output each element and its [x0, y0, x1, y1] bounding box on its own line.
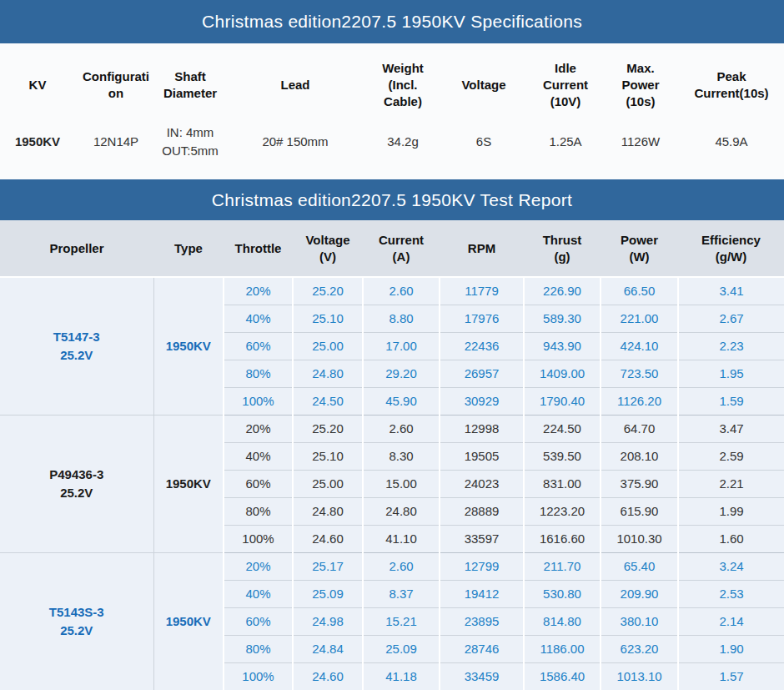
efficiency_gw-cell: 3.47 — [678, 415, 784, 442]
spec-value-cell: 1.25A — [529, 127, 602, 157]
test-header-cell: RPM — [440, 220, 524, 277]
throttle-cell: 20% — [224, 552, 293, 580]
rpm-cell: 23895 — [440, 607, 524, 635]
efficiency_gw-cell: 1.60 — [678, 525, 784, 552]
voltage_v-cell: 24.80 — [293, 360, 363, 387]
current_a-cell: 29.20 — [363, 360, 440, 387]
voltage_v-cell: 24.60 — [293, 525, 363, 552]
type-cell: 1950KV — [153, 552, 224, 690]
voltage_v-cell: 25.20 — [293, 415, 363, 442]
test-header-cell: Voltage (V) — [293, 220, 363, 277]
specifications-title-bar: Christmas edition2207.5 1950KV Specifica… — [0, 0, 784, 43]
power_w-cell: 209.90 — [601, 580, 678, 607]
spec-header-cell: KV — [0, 43, 75, 127]
spec-header-cell: Peak Current(10s) — [679, 43, 784, 127]
spec-value-cell: 6S — [439, 127, 529, 157]
current_a-cell: 17.00 — [363, 332, 440, 360]
voltage_v-cell: 24.80 — [293, 497, 363, 525]
throttle-cell: 100% — [224, 387, 293, 415]
test-row: T5143S-3 25.2V1950KV20%25.172.6012799211… — [0, 552, 784, 580]
test-header-cell: Propeller — [0, 220, 153, 277]
efficiency_gw-cell: 1.99 — [678, 497, 784, 525]
test-report-title-bar: Christmas edition2207.5 1950KV Test Repo… — [0, 179, 784, 220]
test-header-cell: Throttle — [224, 220, 293, 277]
specifications-title: Christmas edition2207.5 1950KV Specifica… — [202, 12, 582, 32]
efficiency_gw-cell: 2.67 — [678, 305, 784, 332]
spec-value-cell: 45.9A — [679, 127, 784, 157]
throttle-cell: 80% — [224, 497, 293, 525]
rpm-cell: 19505 — [440, 442, 524, 470]
efficiency_gw-cell: 2.53 — [678, 580, 784, 607]
rpm-cell: 33459 — [440, 662, 524, 690]
test-report-title: Christmas edition2207.5 1950KV Test Repo… — [212, 190, 572, 210]
power_w-cell: 380.10 — [601, 607, 678, 635]
test-report-header-row: PropellerTypeThrottleVoltage (V)Current … — [0, 220, 784, 277]
power_w-cell: 615.90 — [601, 497, 678, 525]
thrust_g-cell: 1223.20 — [524, 497, 601, 525]
current_a-cell: 41.10 — [363, 525, 440, 552]
power_w-cell: 375.90 — [601, 470, 678, 497]
throttle-cell: 40% — [224, 580, 293, 607]
spec-value-cell: 1950KV — [0, 127, 75, 157]
current_a-cell: 8.30 — [363, 442, 440, 470]
rpm-cell: 26957 — [440, 360, 524, 387]
spec-column: Idle Current (10V)1.25A — [529, 43, 602, 179]
spec-column: Shaft DiameterIN: 4mm OUT:5mm — [157, 43, 224, 179]
power_w-cell: 64.70 — [601, 415, 678, 442]
power_w-cell: 221.00 — [601, 305, 678, 332]
rpm-cell: 22436 — [440, 332, 524, 360]
voltage_v-cell: 25.00 — [293, 470, 363, 497]
throttle-cell: 100% — [224, 662, 293, 690]
power_w-cell: 1013.10 — [601, 662, 678, 690]
current_a-cell: 24.80 — [363, 497, 440, 525]
power_w-cell: 1010.30 — [601, 525, 678, 552]
efficiency_gw-cell: 1.57 — [678, 662, 784, 690]
thrust_g-cell: 831.00 — [524, 470, 601, 497]
spec-column: Max. Power (10s)1126W — [602, 43, 679, 179]
rpm-cell: 12799 — [440, 552, 524, 580]
spec-column: KV1950KV — [0, 43, 75, 179]
efficiency_gw-cell: 1.95 — [678, 360, 784, 387]
thrust_g-cell: 226.90 — [524, 277, 601, 305]
test-row: P49436-3 25.2V1950KV20%25.202.6012998224… — [0, 415, 784, 442]
power_w-cell: 208.10 — [601, 442, 678, 470]
spec-header-cell: Shaft Diameter — [157, 43, 224, 127]
voltage_v-cell: 25.10 — [293, 305, 363, 332]
test-header-cell: Power (W) — [601, 220, 678, 277]
throttle-cell: 80% — [224, 635, 293, 662]
current_a-cell: 15.21 — [363, 607, 440, 635]
test-header-cell: Thrust (g) — [524, 220, 601, 277]
voltage_v-cell: 24.98 — [293, 607, 363, 635]
test-header-cell: Efficiency (g/W) — [678, 220, 784, 277]
spec-column: Voltage6S — [439, 43, 529, 179]
throttle-cell: 100% — [224, 525, 293, 552]
current_a-cell: 2.60 — [363, 552, 440, 580]
current_a-cell: 8.37 — [363, 580, 440, 607]
thrust_g-cell: 814.80 — [524, 607, 601, 635]
throttle-cell: 80% — [224, 360, 293, 387]
voltage_v-cell: 25.17 — [293, 552, 363, 580]
thrust_g-cell: 1409.00 — [524, 360, 601, 387]
voltage_v-cell: 25.10 — [293, 442, 363, 470]
thrust_g-cell: 1586.40 — [524, 662, 601, 690]
thrust_g-cell: 224.50 — [524, 415, 601, 442]
thrust_g-cell: 1790.40 — [524, 387, 601, 415]
power_w-cell: 723.50 — [601, 360, 678, 387]
power_w-cell: 1126.20 — [601, 387, 678, 415]
spec-value-cell: IN: 4mm OUT:5mm — [157, 127, 224, 157]
throttle-cell: 20% — [224, 277, 293, 305]
propeller-cell: T5147-3 25.2V — [0, 277, 153, 415]
voltage_v-cell: 25.09 — [293, 580, 363, 607]
propeller-cell: P49436-3 25.2V — [0, 415, 153, 552]
rpm-cell: 24023 — [440, 470, 524, 497]
rpm-cell: 19412 — [440, 580, 524, 607]
spec-header-cell: Idle Current (10V) — [529, 43, 602, 127]
throttle-cell: 40% — [224, 442, 293, 470]
current_a-cell: 41.18 — [363, 662, 440, 690]
spec-value-cell: 34.2g — [367, 127, 439, 157]
current_a-cell: 2.60 — [363, 415, 440, 442]
current_a-cell: 2.60 — [363, 277, 440, 305]
spec-header-cell: Lead — [224, 43, 367, 127]
voltage_v-cell: 25.20 — [293, 277, 363, 305]
current_a-cell: 45.90 — [363, 387, 440, 415]
